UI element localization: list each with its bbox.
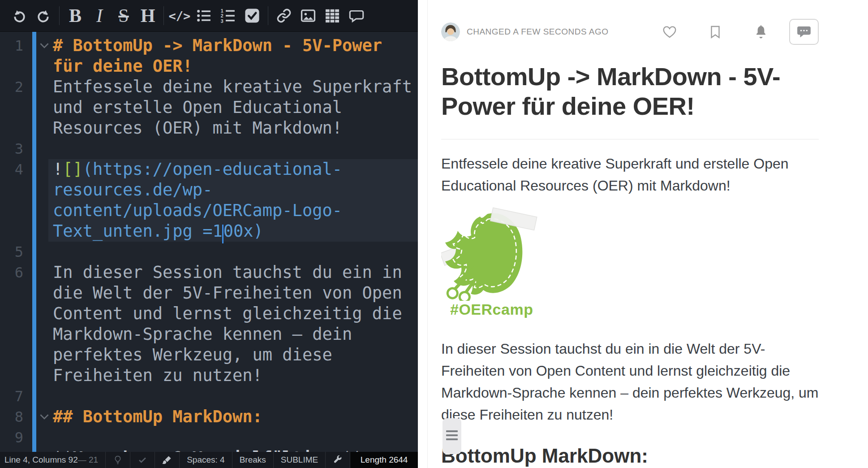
notification-bell-icon[interactable] <box>753 24 769 39</box>
line-text[interactable]: **Verwahren & Vervielfältigen** <box>53 448 418 452</box>
toolbar-ordered-list-button[interactable]: 123 <box>216 4 240 27</box>
toolbar-separator <box>163 6 164 25</box>
fold-column <box>23 262 53 283</box>
editor-line-9[interactable]: 9 <box>0 427 418 448</box>
fold-column <box>23 139 53 159</box>
toolbar-table-button[interactable] <box>320 4 344 27</box>
editor-body[interactable]: 1# BottomUp -> MarkDown - 5V-Power für d… <box>0 32 418 452</box>
statusbar-theme-brush[interactable] <box>155 452 179 468</box>
statusbar-label-dim: — 21 <box>78 455 98 465</box>
editor-line-7[interactable]: 7 <box>0 386 418 407</box>
editor-line-2[interactable]: 2Entfessele deine kreative Superkraft un… <box>0 77 418 139</box>
statusbar-indent-setting[interactable]: Spaces: 4 <box>179 452 232 468</box>
svg-text:1: 1 <box>221 8 223 13</box>
statusbar-preferences[interactable] <box>325 452 350 468</box>
line-text[interactable]: ![](https://open-educational-resources.d… <box>53 159 418 242</box>
image-icon <box>301 8 316 23</box>
toolbar-image-button[interactable] <box>296 4 320 27</box>
toolbar-bullet-list-button[interactable] <box>192 4 216 27</box>
toolbar-strikethrough-button[interactable]: S <box>112 4 136 27</box>
section-heading: BottomUp MarkDown: <box>441 444 819 468</box>
drag-handle-bar <box>446 430 458 432</box>
editor-line-6[interactable]: 6In dieser Session tauchst du ein in die… <box>0 262 418 386</box>
like-heart-icon[interactable] <box>662 24 677 39</box>
editor-lines: 1# BottomUp -> MarkDown - 5V-Power für d… <box>0 32 418 452</box>
statusbar-hint[interactable] <box>105 452 130 468</box>
toolbar-link-button[interactable] <box>272 4 296 27</box>
line-text[interactable] <box>53 242 418 262</box>
line-text[interactable]: In dieser Session tauchst du ein in die … <box>53 262 418 386</box>
line-text[interactable]: # BottomUp -> MarkDown - 5V-Power für de… <box>53 35 418 77</box>
toolbar-comment-button[interactable] <box>344 4 369 27</box>
code-icon: </> <box>169 10 191 22</box>
bookmark-icon[interactable] <box>708 24 723 39</box>
editor-token: Entfessele deine kreative Superkraft und… <box>53 77 418 138</box>
statusbar-doc-length[interactable]: Length 2644 <box>350 452 418 468</box>
line-number: 10 <box>0 448 23 452</box>
line-text[interactable] <box>53 386 418 407</box>
editor-toolbar: BISH</>123 <box>0 0 418 32</box>
split-divider[interactable] <box>418 0 428 468</box>
editor-token: In dieser Session tauchst du ein in die … <box>53 263 412 385</box>
editor-token: **Verwahren & Vervielfältigen** <box>53 448 362 452</box>
statusbar-label: Spaces: 4 <box>187 455 225 465</box>
italic-icon: I <box>96 6 103 25</box>
bold-icon: B <box>69 6 82 25</box>
editor-token: 00x) <box>223 221 263 241</box>
statusbar-keymap-setting[interactable]: SUBLIME <box>273 452 325 468</box>
line-number: 1 <box>0 35 23 56</box>
toolbar-redo-button[interactable] <box>31 4 56 27</box>
preview-actions <box>632 19 819 45</box>
toolbar-separator <box>59 6 60 25</box>
fold-column <box>23 448 53 452</box>
toolbar-bold-button[interactable]: B <box>63 4 87 27</box>
link-icon <box>276 8 292 23</box>
toolbar-group <box>7 4 56 27</box>
document-title: BottomUp -> MarkDown - 5V-Power für dein… <box>441 62 819 121</box>
fold-column <box>23 427 53 448</box>
ordered-list-icon: 123 <box>220 8 236 23</box>
editor-line-3[interactable]: 3 <box>0 139 418 159</box>
statusbar-label: Breaks <box>240 455 266 465</box>
author-avatar[interactable] <box>441 22 460 41</box>
editor-token: (https://open-educational-resources.de/w… <box>53 160 342 241</box>
line-text[interactable] <box>53 139 418 159</box>
line-text[interactable] <box>53 427 418 448</box>
line-text[interactable]: Entfessele deine kreative Superkraft und… <box>53 77 418 139</box>
toolbar-check-list-button[interactable] <box>240 4 264 27</box>
line-text[interactable]: ## BottomUp MarkDown: <box>53 407 418 427</box>
editor-line-5[interactable]: 5 <box>0 242 418 262</box>
statusbar-label: Length 2644 <box>361 455 408 465</box>
toolbar-group: </>123 <box>168 4 264 27</box>
editor-token: ## BottomUp MarkDown: <box>53 407 262 426</box>
statusbar-cursor-position[interactable]: Line 4, Columns 92 — 21 <box>0 452 105 468</box>
brush-icon <box>162 455 172 465</box>
statusbar-label: SUBLIME <box>281 455 318 465</box>
comments-button[interactable] <box>789 19 819 45</box>
statusbar-linebreak-setting[interactable]: Breaks <box>232 452 273 468</box>
fold-toggle[interactable] <box>23 407 53 427</box>
fold-column <box>23 159 53 180</box>
toolbar-group <box>272 4 369 27</box>
svg-text:3: 3 <box>221 18 223 23</box>
line-number: 3 <box>0 139 23 159</box>
toolbar-group: BISH <box>63 4 160 27</box>
line-number: 9 <box>0 427 23 448</box>
editor-line-1[interactable]: 1# BottomUp -> MarkDown - 5V-Power für d… <box>0 35 418 77</box>
editor-statusbar: Line 4, Columns 92 — 21Spaces: 4BreaksSU… <box>0 452 418 468</box>
editor-token: ! <box>53 160 63 179</box>
toolbar-heading-button[interactable]: H <box>136 4 160 27</box>
editor-line-10[interactable]: 10**Verwahren & Vervielfältigen** <box>0 448 418 452</box>
toolbar-code-button[interactable]: </> <box>168 4 192 27</box>
toolbar-undo-button[interactable] <box>7 4 31 27</box>
editor-line-4[interactable]: 4![](https://open-educational-resources.… <box>0 159 418 242</box>
avatar-image <box>441 22 460 41</box>
fold-toggle[interactable] <box>23 35 53 56</box>
editor-line-8[interactable]: 8## BottomUp MarkDown: <box>0 407 418 427</box>
split-drag-handle[interactable] <box>443 418 461 454</box>
check-list-icon <box>245 8 260 23</box>
statusbar-label: Line 4, Columns 92 <box>4 455 78 465</box>
statusbar-spellcheck[interactable] <box>130 452 155 468</box>
toolbar-italic-button[interactable]: I <box>87 4 112 27</box>
fold-column <box>23 77 53 97</box>
